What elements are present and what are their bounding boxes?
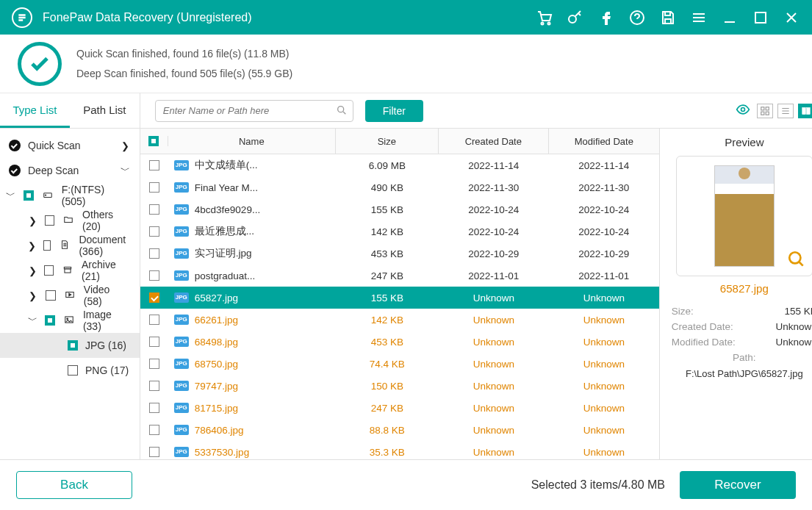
- header-checkbox[interactable]: [140, 136, 168, 146]
- row-checkbox[interactable]: [140, 160, 168, 170]
- file-row[interactable]: JPG最近雅思成...142 KB2022-10-242022-10-24: [140, 220, 659, 243]
- row-checkbox[interactable]: [140, 292, 168, 303]
- footer: Back Selected 3 items/4.80 MB Recover: [0, 459, 812, 509]
- file-row[interactable]: JPGFinal Year M...490 KB2022-11-302022-1…: [140, 176, 659, 198]
- header-created[interactable]: Created Date: [439, 129, 549, 154]
- view-list-icon[interactable]: [777, 104, 794, 118]
- tree: Quick Scan❯ Deep Scan﹀ ﹀F:(NTFS) (505) ❯…: [0, 129, 140, 459]
- window-title: FonePaw Data Recovery (Unregistered): [43, 11, 536, 24]
- back-button[interactable]: Back: [16, 471, 132, 499]
- magnify-icon[interactable]: [787, 250, 806, 271]
- tree-video[interactable]: ❯Video (58): [0, 283, 140, 308]
- checkbox[interactable]: [44, 265, 54, 276]
- save-icon[interactable]: [659, 9, 677, 26]
- tree-label: Archive (21): [82, 259, 131, 282]
- recover-button[interactable]: Recover: [680, 471, 796, 499]
- file-row[interactable]: JPG4bcd3fe9029...155 KB2022-10-242022-10…: [140, 198, 659, 220]
- file-row[interactable]: JPGpostgraduat...247 KB2022-11-012022-11…: [140, 265, 659, 287]
- file-modified: Unknown: [549, 381, 659, 392]
- row-checkbox[interactable]: [140, 381, 168, 391]
- file-row[interactable]: JPG5337530.jpg35.3 KBUnknownUnknown: [140, 441, 659, 459]
- sidebar: Type List Path List Quick Scan❯ Deep Sca…: [0, 93, 140, 459]
- view-grid-icon[interactable]: [757, 104, 773, 118]
- tree-drive[interactable]: ﹀F:(NTFS) (505): [0, 183, 140, 208]
- file-row[interactable]: JPG68498.jpg453 KBUnknownUnknown: [140, 331, 659, 353]
- tab-type-list[interactable]: Type List: [0, 93, 70, 128]
- file-created: 2022-10-24: [439, 226, 549, 237]
- tree-jpg[interactable]: JPG (16): [0, 333, 140, 358]
- svg-point-6: [45, 195, 46, 195]
- row-checkbox[interactable]: [140, 226, 168, 237]
- tree-others[interactable]: ❯Others (20): [0, 208, 140, 233]
- jpg-icon: JPG: [174, 315, 189, 325]
- checkbox[interactable]: [68, 365, 78, 376]
- header-size[interactable]: Size: [336, 129, 439, 154]
- row-checkbox[interactable]: [140, 359, 168, 369]
- jpg-icon: JPG: [174, 226, 189, 237]
- minimize-icon[interactable]: [721, 9, 739, 26]
- header-name[interactable]: Name: [168, 129, 336, 154]
- search-icon[interactable]: [336, 104, 348, 118]
- row-checkbox[interactable]: [140, 248, 168, 259]
- feedback-icon[interactable]: [628, 9, 646, 26]
- row-checkbox[interactable]: [140, 270, 168, 281]
- file-row[interactable]: JPG65827.jpg155 KBUnknownUnknown: [140, 287, 659, 309]
- scan-summary: Quick Scan finished, found 16 file(s) (1…: [0, 35, 812, 93]
- file-row[interactable]: JPG68750.jpg74.4 KBUnknownUnknown: [140, 353, 659, 375]
- checkbox[interactable]: [45, 215, 54, 226]
- row-checkbox[interactable]: [140, 447, 168, 457]
- row-checkbox[interactable]: [140, 204, 168, 215]
- file-row[interactable]: JPG81715.jpg247 KBUnknownUnknown: [140, 397, 659, 419]
- view-detail-icon[interactable]: [798, 104, 812, 118]
- preview-thumbnail[interactable]: [676, 156, 812, 276]
- tree-image[interactable]: ﹀Image (33): [0, 308, 140, 333]
- key-icon[interactable]: [567, 9, 584, 26]
- cart-icon[interactable]: [536, 9, 553, 26]
- tree-label: F:(NTFS) (505): [62, 184, 131, 207]
- checkbox[interactable]: [45, 315, 55, 326]
- file-size: 6.09 MB: [336, 160, 439, 171]
- file-created: 2022-11-14: [439, 160, 549, 171]
- row-checkbox[interactable]: [140, 337, 168, 347]
- tree-document[interactable]: ❯Document (366): [0, 233, 140, 258]
- file-row[interactable]: JPG786406.jpg88.8 KBUnknownUnknown: [140, 419, 659, 441]
- tree-deep-scan[interactable]: Deep Scan﹀: [0, 158, 140, 183]
- preview-toggle-icon[interactable]: [733, 102, 752, 119]
- facebook-icon[interactable]: [597, 9, 615, 26]
- file-row[interactable]: JPG66261.jpg142 KBUnknownUnknown: [140, 309, 659, 331]
- checkbox[interactable]: [68, 340, 78, 351]
- row-checkbox[interactable]: [140, 425, 168, 435]
- menu-icon[interactable]: [690, 9, 708, 26]
- header-modified[interactable]: Modified Date: [549, 129, 659, 154]
- row-checkbox[interactable]: [140, 182, 168, 193]
- close-icon[interactable]: [783, 9, 800, 26]
- row-checkbox[interactable]: [140, 403, 168, 413]
- chevron-down-icon: ﹀: [6, 189, 16, 202]
- checkbox[interactable]: [24, 190, 34, 201]
- file-modified: Unknown: [549, 337, 659, 348]
- file-size: 150 KB: [336, 381, 439, 392]
- maximize-icon[interactable]: [752, 9, 769, 26]
- file-size: 142 KB: [336, 315, 439, 326]
- tab-path-list[interactable]: Path List: [70, 93, 140, 128]
- file-name: 最近雅思成...: [195, 225, 254, 238]
- checkbox[interactable]: [46, 290, 56, 301]
- file-created: Unknown: [439, 447, 549, 458]
- tree-archive[interactable]: ❯Archive (21): [0, 258, 140, 283]
- file-row[interactable]: JPG实习证明.jpg453 KB2022-10-292022-10-29: [140, 243, 659, 265]
- filter-button[interactable]: Filter: [365, 100, 423, 122]
- svg-point-11: [67, 317, 68, 319]
- file-row[interactable]: JPG中文成绩单(...6.09 MB2022-11-142022-11-14: [140, 154, 659, 176]
- file-size: 453 KB: [336, 337, 439, 348]
- search-input[interactable]: [155, 100, 353, 122]
- file-name: postgraduat...: [195, 270, 256, 281]
- svg-rect-4: [755, 12, 766, 23]
- file-row[interactable]: JPG79747.jpg150 KBUnknownUnknown: [140, 375, 659, 397]
- file-created: Unknown: [439, 403, 549, 414]
- tree-png[interactable]: PNG (17): [0, 358, 140, 383]
- tree-quick-scan[interactable]: Quick Scan❯: [0, 133, 140, 158]
- preview-title: Preview: [672, 136, 812, 148]
- file-modified: Unknown: [549, 447, 659, 458]
- checkbox[interactable]: [43, 240, 51, 251]
- row-checkbox[interactable]: [140, 315, 168, 325]
